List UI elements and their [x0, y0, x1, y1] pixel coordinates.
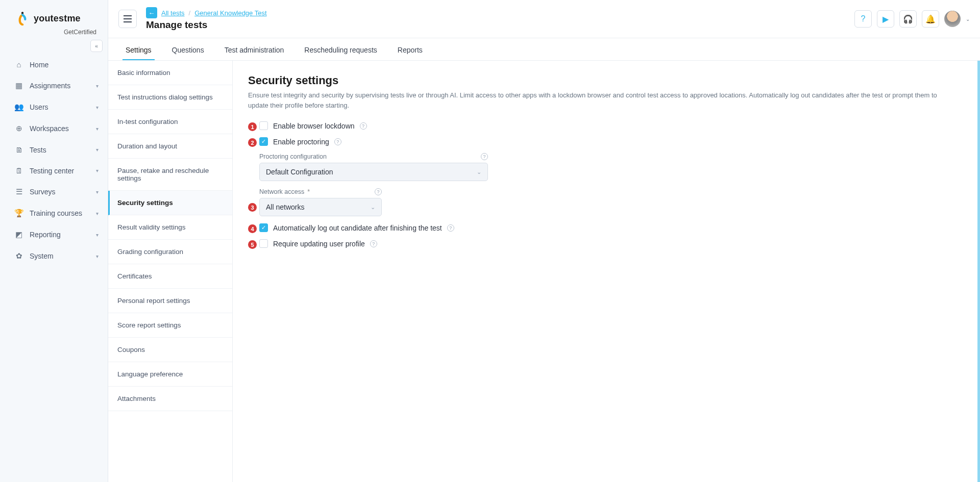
- help-icon[interactable]: ?: [360, 122, 367, 130]
- section-description: Ensure test integrity and security by su…: [248, 90, 952, 110]
- settings-grading[interactable]: Grading configuration: [108, 240, 232, 264]
- help-icon[interactable]: ?: [370, 240, 377, 247]
- headset-icon: 🎧: [903, 14, 913, 24]
- breadcrumb-separator: /: [189, 9, 191, 17]
- play-button[interactable]: ▶: [877, 10, 894, 28]
- option-require-profile-update: 5 Require updating user profile ?: [248, 239, 965, 248]
- nav-home[interactable]: ⌂Home: [0, 54, 108, 75]
- tab-test-administration[interactable]: Test administration: [222, 40, 287, 60]
- select-value: All networks: [266, 203, 304, 211]
- header: ← All tests / General Knowledge Test Man…: [108, 0, 980, 38]
- select-proctoring-config[interactable]: Default Configuration ⌄: [259, 163, 488, 181]
- tests-icon: 🗎: [14, 145, 23, 154]
- tab-settings[interactable]: Settings: [122, 40, 155, 60]
- select-network-access[interactable]: All networks ⌄: [259, 198, 382, 216]
- checkbox-proctoring[interactable]: ✓: [259, 137, 268, 146]
- nav-users[interactable]: 👥Users▾: [0, 96, 108, 118]
- help-icon[interactable]: ?: [447, 224, 454, 232]
- chevron-down-icon: ▾: [96, 105, 99, 110]
- checkbox-require-profile[interactable]: [259, 239, 268, 248]
- nav-surveys[interactable]: ☰Surveys▾: [0, 181, 108, 202]
- nav-testing-center[interactable]: 🗓Testing center▾: [0, 160, 108, 181]
- help-button[interactable]: ?: [854, 10, 872, 28]
- brand-icon: [15, 11, 30, 26]
- home-icon: ⌂: [14, 60, 23, 69]
- chevron-down-icon: ⌄: [477, 169, 481, 175]
- nav-reporting[interactable]: ◩Reporting▾: [0, 224, 108, 245]
- breadcrumb-link-all-tests[interactable]: All tests: [161, 9, 185, 17]
- settings-duration-layout[interactable]: Duration and layout: [108, 134, 232, 159]
- help-icon[interactable]: ?: [334, 138, 341, 145]
- option-label: Enable proctoring: [273, 138, 329, 146]
- page-title: Manage tests: [146, 19, 267, 31]
- settings-nav: Basic information Test instructions dial…: [108, 61, 233, 482]
- sidebar-collapse-button[interactable]: «: [90, 40, 103, 52]
- nav-label: Surveys: [30, 188, 56, 196]
- avatar[interactable]: [944, 11, 961, 27]
- nav-workspaces[interactable]: ⊕Workspaces▾: [0, 118, 108, 139]
- settings-attachments[interactable]: Attachments: [108, 387, 232, 411]
- nav-system[interactable]: ✿System▾: [0, 245, 108, 267]
- tab-questions[interactable]: Questions: [169, 40, 207, 60]
- bell-icon: 🔔: [925, 14, 936, 24]
- settings-certificates[interactable]: Certificates: [108, 264, 232, 289]
- network-access-group: Network access * ? 3 All networks ⌄: [248, 188, 965, 216]
- field-label: Network access * ?: [259, 188, 382, 195]
- nav-label: Users: [30, 103, 48, 111]
- nav-label: System: [30, 252, 54, 260]
- required-indicator: *: [307, 188, 310, 195]
- checkbox-auto-logout[interactable]: ✓: [259, 223, 268, 232]
- sidebar-nav: ⌂Home ▦Assignments▾ 👥Users▾ ⊕Workspaces▾…: [0, 54, 108, 267]
- nav-assignments[interactable]: ▦Assignments▾: [0, 75, 108, 96]
- settings-security[interactable]: Security settings: [108, 191, 232, 215]
- nav-label: Assignments: [30, 82, 70, 90]
- hamburger-icon: [124, 15, 132, 22]
- help-icon: ?: [861, 14, 866, 23]
- nav-label: Workspaces: [30, 124, 69, 133]
- step-badge-2: 2: [248, 138, 257, 147]
- chevron-down-icon: ▾: [96, 232, 99, 238]
- settings-basic-information[interactable]: Basic information: [108, 61, 232, 85]
- notifications-button[interactable]: 🔔: [922, 10, 939, 28]
- scrollbar-thumb[interactable]: [977, 61, 980, 482]
- tab-rescheduling-requests[interactable]: Rescheduling requests: [301, 40, 380, 60]
- nav-label: Training courses: [30, 209, 82, 217]
- nav-training-courses[interactable]: 🏆Training courses▾: [0, 202, 108, 224]
- surveys-icon: ☰: [14, 187, 23, 196]
- main-content: Security settings Ensure test integrity …: [233, 61, 980, 482]
- breadcrumb-link-current[interactable]: General Knowledge Test: [194, 9, 266, 17]
- avatar-menu-caret[interactable]: ⌄: [966, 16, 970, 22]
- help-icon[interactable]: ?: [375, 188, 382, 195]
- trophy-icon: 🏆: [14, 209, 23, 218]
- sidebar: youtestme GetCertified « ⌂Home ▦Assignme…: [0, 0, 108, 482]
- settings-language[interactable]: Language preference: [108, 362, 232, 387]
- logo: youtestme: [0, 0, 108, 31]
- settings-coupons[interactable]: Coupons: [108, 338, 232, 362]
- option-label: Automatically log out candidate after fi…: [273, 224, 442, 232]
- help-icon[interactable]: ?: [481, 153, 488, 160]
- checkbox-browser-lockdown[interactable]: [259, 121, 268, 130]
- option-auto-logout: 4 ✓ Automatically log out candidate afte…: [248, 223, 965, 232]
- settings-test-instructions[interactable]: Test instructions dialog settings: [108, 85, 232, 110]
- nav-tests[interactable]: 🗎Tests▾: [0, 139, 108, 160]
- chevron-down-icon: ▾: [96, 253, 99, 259]
- brand-text: youtestme: [34, 13, 81, 24]
- tab-reports[interactable]: Reports: [395, 40, 426, 60]
- support-button[interactable]: 🎧: [899, 10, 917, 28]
- chevron-down-icon: ▾: [96, 189, 99, 195]
- settings-result-validity[interactable]: Result validity settings: [108, 215, 232, 240]
- chevron-down-icon: ▾: [96, 126, 99, 132]
- settings-personal-report[interactable]: Personal report settings: [108, 289, 232, 313]
- settings-in-test-config[interactable]: In-test configuration: [108, 110, 232, 134]
- reporting-icon: ◩: [14, 230, 23, 239]
- assignments-icon: ▦: [14, 81, 23, 90]
- nav-label: Testing center: [30, 167, 74, 175]
- brand-subtitle: GetCertified: [0, 29, 108, 36]
- settings-pause-retake[interactable]: Pause, retake and reschedule settings: [108, 159, 232, 191]
- back-button[interactable]: ←: [146, 7, 157, 18]
- chevron-down-icon: ▾: [96, 147, 99, 153]
- menu-toggle-button[interactable]: [118, 10, 137, 28]
- step-badge-4: 4: [248, 224, 257, 233]
- settings-score-report[interactable]: Score report settings: [108, 313, 232, 338]
- tabs: Settings Questions Test administration R…: [108, 38, 980, 61]
